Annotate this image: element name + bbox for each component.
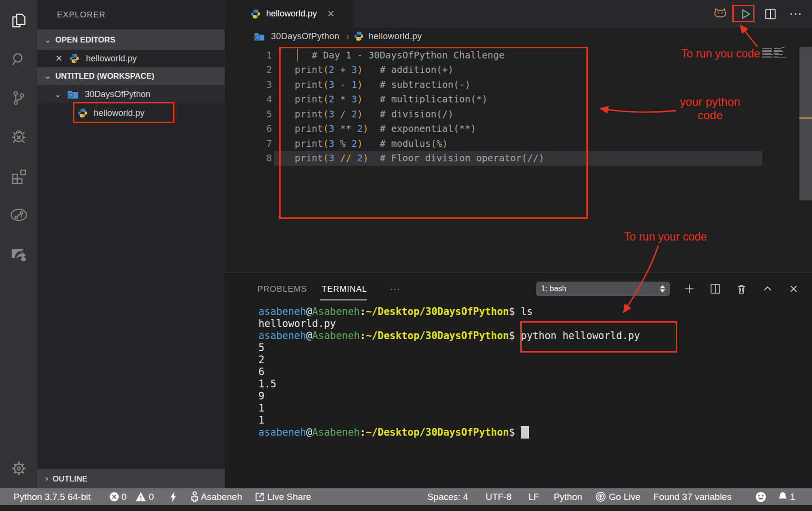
feedback-smiley-icon[interactable] (755, 492, 766, 502)
terminal-line: 1 (258, 402, 264, 414)
activity-bar (0, 0, 37, 488)
annotation-your-python-code: your pythoncode (662, 95, 758, 122)
scrollbar-marker (799, 117, 812, 119)
tab-terminal[interactable]: TERMINAL (322, 284, 367, 294)
annotation-box-sidebar-file (73, 102, 174, 123)
settings-gear-icon[interactable] (0, 452, 37, 485)
bell-icon (778, 492, 787, 502)
terminal-cursor (521, 426, 529, 439)
tab-helloworld[interactable]: helloworld.py ✕ (225, 0, 353, 28)
close-icon[interactable]: ✕ (55, 53, 63, 64)
close-icon[interactable]: ✕ (327, 8, 335, 19)
terminal-line: 5 (258, 342, 264, 354)
more-actions-icon[interactable] (783, 0, 808, 28)
maximize-panel-icon[interactable] (755, 283, 781, 295)
status-bar: Python 3.7.5 64-bit 0 0 Asabeneh Live Sh… (0, 488, 812, 505)
breadcrumb-folder[interactable]: 30DaysOfPython (271, 31, 340, 42)
workspace-header[interactable]: ⌄ UNTITLED (WORKSPACE) (37, 67, 225, 85)
python-file-icon (354, 31, 364, 42)
open-editor-item[interactable]: ✕ helloworld.py (37, 50, 225, 67)
terminal-panel (225, 272, 812, 488)
annotation-run-top: To run you code (681, 47, 760, 60)
chevron-down-icon: ⌄ (55, 90, 61, 99)
live-share-status[interactable]: Live Share (255, 492, 311, 502)
folder-icon (254, 32, 265, 41)
notifications-status[interactable]: 1 (778, 492, 795, 502)
active-tab-underline (320, 299, 367, 300)
terminal-line: asabeneh@Asabeneh:~/Desktop/30DaysOfPyth… (258, 426, 529, 439)
broadcast-icon (595, 491, 606, 502)
go-live-status[interactable]: Go Live (595, 491, 640, 502)
chevron-right-icon: › (346, 31, 349, 42)
test-explorer-icon[interactable] (0, 198, 37, 232)
tab-problems[interactable]: PROBLEMS (257, 284, 307, 294)
open-editor-filename: helloworld.py (86, 54, 137, 64)
chevron-down-icon: ⌄ (44, 71, 51, 81)
select-arrows-icon (660, 285, 665, 293)
breadcrumb-file[interactable]: helloworld.py (369, 31, 422, 42)
terminal-line: 1.5 (258, 378, 276, 390)
vscode-window: EXPLORER ⌄ OPEN EDITORS ✕ helloworld.py … (0, 0, 812, 511)
explorer-icon[interactable] (0, 4, 37, 38)
annotation-box-run-button (732, 5, 755, 22)
language-status[interactable]: Python (554, 492, 582, 502)
sidebar-title: EXPLORER (57, 10, 106, 20)
encoding-status[interactable]: UTF-8 (485, 492, 512, 502)
eol-status[interactable]: LF (528, 492, 539, 502)
split-editor-icon[interactable] (758, 0, 783, 28)
annotation-run-bottom: To run your code (624, 230, 707, 243)
annotation-box-terminal-command (520, 321, 677, 353)
source-control-icon[interactable] (0, 81, 37, 115)
terminal-line: helloworld.py (258, 318, 336, 330)
extensions-icon[interactable] (0, 159, 37, 193)
explorer-sidebar: EXPLORER ⌄ OPEN EDITORS ✕ helloworld.py … (37, 0, 225, 488)
annotation-box-code (279, 47, 588, 219)
scrollbar-thumb[interactable] (799, 47, 812, 200)
variables-status[interactable]: Found 37 variables (654, 492, 732, 502)
person-icon (191, 491, 199, 502)
user-status[interactable]: Asabeneh (191, 491, 242, 502)
panel-more-icon[interactable]: ··· (390, 284, 401, 294)
chevron-down-icon: ⌄ (44, 35, 51, 44)
python-version-status[interactable]: Python 3.7.5 64-bit (14, 492, 91, 502)
chevron-right-icon: › (45, 474, 48, 483)
shell-selector[interactable]: 1: bash (536, 282, 670, 296)
minimap[interactable] (762, 47, 793, 59)
outline-header[interactable]: › OUTLINE (37, 469, 225, 488)
terminal-line: 9 (258, 390, 264, 402)
error-icon (109, 492, 119, 502)
python-file-icon (250, 9, 261, 19)
search-icon[interactable] (0, 43, 37, 76)
split-terminal-icon[interactable] (702, 283, 728, 295)
breadcrumb: 30DaysOfPython › helloworld.py (225, 28, 812, 45)
terminal-line: 2 (258, 354, 264, 366)
tab-label: helloworld.py (266, 9, 317, 19)
live-share-icon[interactable] (0, 237, 37, 270)
warning-icon (135, 492, 146, 502)
problems-status[interactable]: 0 0 (109, 492, 154, 502)
close-panel-icon[interactable] (781, 283, 807, 295)
open-editors-header[interactable]: ⌄ OPEN EDITORS (37, 29, 225, 50)
folder-item-30daysofpython[interactable]: ⌄ 30DaysOfPython (37, 85, 225, 103)
lightning-status-icon[interactable] (169, 491, 177, 503)
debug-icon[interactable] (0, 120, 37, 154)
folder-icon (67, 89, 79, 99)
python-file-icon (69, 53, 80, 64)
terminal-line: 1 (258, 414, 264, 426)
terminal-line: asabeneh@Asabeneh:~/Desktop/30DaysOfPyth… (258, 306, 533, 318)
folder-name: 30DaysOfPython (85, 89, 150, 99)
kill-terminal-icon[interactable] (728, 283, 755, 295)
share-icon (255, 492, 265, 502)
spaces-status[interactable]: Spaces: 4 (427, 492, 469, 502)
editor-tab-bar: helloworld.py ✕ (225, 0, 812, 28)
cat-icon[interactable] (708, 0, 733, 28)
new-terminal-icon[interactable] (676, 283, 702, 295)
terminal-line: 6 (258, 366, 264, 378)
